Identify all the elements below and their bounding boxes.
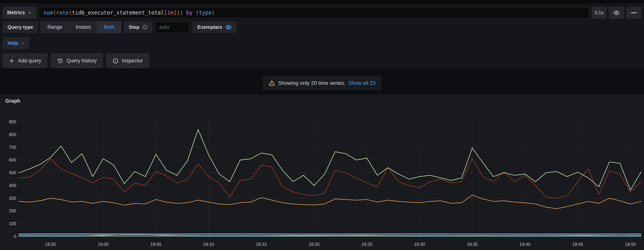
help-button[interactable]: Help: [3, 37, 29, 49]
add-query-label: Add query: [18, 58, 41, 64]
warning-triangle-icon: [268, 80, 275, 86]
collapse-query-button[interactable]: [626, 7, 641, 19]
svg-text:19:45: 19:45: [572, 242, 583, 247]
notice-text: Showing only 20 time series.: [278, 80, 345, 86]
svg-text:800: 800: [9, 132, 16, 137]
actions-row: Add query Query history Inspector: [3, 53, 641, 68]
svg-text:700: 700: [9, 145, 16, 150]
exemplars-chip: Exemplars: [192, 21, 236, 33]
plus-icon: [9, 58, 15, 64]
metrics-dropdown[interactable]: Metrics: [3, 7, 36, 19]
step-label-chip: Step: [124, 21, 152, 33]
between-section: Showing only 20 time series. Show all 23: [0, 68, 644, 94]
svg-text:19:30: 19:30: [414, 242, 425, 247]
exemplars-eye-icon[interactable]: [225, 24, 232, 30]
info-circle-icon[interactable]: [142, 25, 148, 30]
svg-text:400: 400: [9, 183, 16, 188]
svg-text:300: 300: [9, 196, 16, 201]
graph-panel: Graph 010020030040050060070080090018:551…: [0, 94, 644, 250]
query-editor-section: Metrics sum(rate(tidb_executor_statement…: [0, 3, 644, 68]
svg-text:100: 100: [9, 221, 16, 226]
query-type-option-instant[interactable]: Instant: [69, 22, 98, 33]
query-history-label: Query history: [66, 58, 97, 64]
svg-text:0: 0: [14, 234, 16, 239]
svg-text:600: 600: [9, 158, 16, 162]
query-row: Metrics sum(rate(tidb_executor_statement…: [3, 7, 641, 19]
svg-text:500: 500: [9, 170, 16, 175]
top-edge-strip: [0, 0, 644, 3]
svg-text:19:10: 19:10: [203, 242, 214, 247]
svg-text:19:20: 19:20: [309, 242, 320, 247]
history-icon: [57, 58, 63, 64]
svg-text:200: 200: [9, 209, 16, 213]
help-label: Help: [8, 40, 18, 46]
exemplars-label: Exemplars: [198, 24, 222, 30]
minus-icon: [631, 12, 637, 13]
series-limit-notice: Showing only 20 time series. Show all 23: [263, 76, 381, 90]
step-label: Step: [129, 24, 139, 30]
preview-toggle-button[interactable]: [609, 7, 624, 19]
time-series-chart[interactable]: 010020030040050060070080090018:5519:0019…: [0, 94, 644, 250]
query-options-row: Query type Range Instant Both Step Exemp…: [3, 21, 641, 33]
help-row: Help: [3, 37, 641, 49]
svg-text:19:25: 19:25: [361, 242, 372, 247]
step-input[interactable]: [155, 21, 190, 33]
inspector-label: Inspector: [122, 58, 143, 64]
show-all-series-link[interactable]: Show all 23: [348, 80, 376, 86]
query-type-segmented-control: Range Instant Both: [41, 21, 121, 33]
svg-text:19:50: 19:50: [625, 242, 636, 247]
query-type-label: Query type: [3, 21, 38, 33]
promql-query-input[interactable]: sum(rate(tidb_executor_statement_total[1…: [38, 7, 590, 19]
info-circle-icon: [112, 58, 118, 64]
svg-text:19:00: 19:00: [98, 242, 108, 247]
query-type-option-both[interactable]: Both: [98, 22, 121, 33]
chevron-right-icon: [21, 41, 24, 45]
chevron-down-icon: [28, 11, 32, 15]
inspector-button[interactable]: Inspector: [106, 53, 149, 68]
query-history-button[interactable]: Query history: [51, 53, 103, 68]
svg-text:18:55: 18:55: [45, 242, 56, 247]
query-type-option-range[interactable]: Range: [41, 22, 69, 33]
svg-text:900: 900: [9, 119, 16, 124]
svg-text:19:35: 19:35: [467, 242, 478, 247]
query-duration-badge: 0.1s: [592, 7, 607, 19]
eye-icon: [613, 9, 620, 16]
svg-text:19:05: 19:05: [150, 242, 162, 247]
svg-text:19:40: 19:40: [520, 242, 530, 247]
svg-text:19:15: 19:15: [256, 242, 267, 247]
metrics-dropdown-label: Metrics: [7, 10, 25, 15]
add-query-button[interactable]: Add query: [3, 53, 47, 68]
